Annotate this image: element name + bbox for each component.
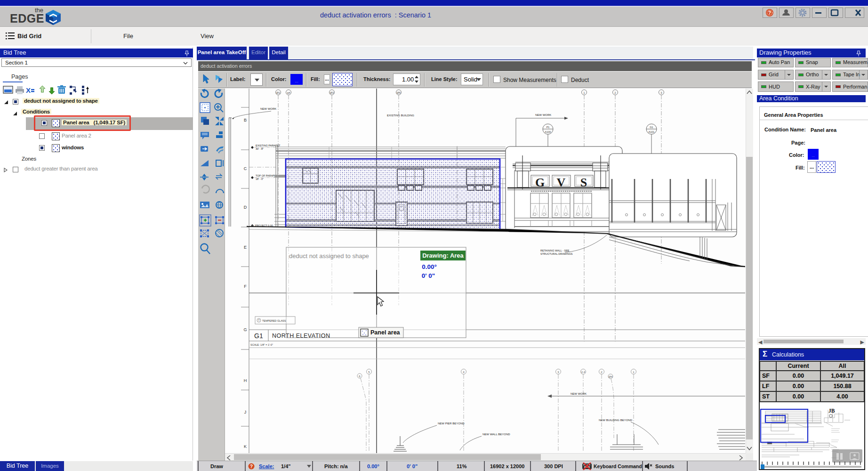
svg-text:D: D: [244, 205, 247, 210]
svg-text:1: 1: [583, 91, 585, 94]
svg-text:NEW WORK: NEW WORK: [571, 392, 587, 395]
svg-text:G1: G1: [650, 126, 653, 129]
svg-text:3: 3: [660, 91, 662, 94]
svg-text:B: B: [244, 118, 247, 122]
svg-text:2: 2: [614, 91, 616, 94]
svg-text:NEW PIER BEYOND: NEW PIER BEYOND: [438, 422, 465, 425]
svg-text:4: 4: [463, 371, 465, 374]
svg-text:a4: a4: [287, 91, 290, 94]
svg-text:J: J: [244, 410, 247, 414]
svg-text:S: S: [580, 176, 587, 189]
svg-text:A101: A101: [649, 130, 655, 133]
svg-text:F: F: [244, 284, 247, 289]
svg-text:NEW BUILDING BEYOND: NEW BUILDING BEYOND: [599, 419, 633, 422]
svg-text:6: 6: [359, 375, 361, 378]
svg-text:1: 1: [633, 371, 635, 374]
svg-text:EXISTING PARAPET: EXISTING PARAPET: [256, 144, 281, 147]
svg-text:G: G: [243, 327, 247, 332]
svg-text:?: ?: [250, 464, 253, 469]
svg-text:C: C: [244, 166, 247, 171]
svg-text:2.4: 2.4: [581, 371, 586, 374]
svg-text:NEW WORK: NEW WORK: [535, 114, 551, 116]
svg-text:JB: JB: [828, 408, 835, 414]
svg-text:3: 3: [557, 371, 559, 374]
svg-text:EXISTING BUILDING: EXISTING BUILDING: [387, 114, 414, 117]
svg-text:E: E: [244, 245, 247, 250]
svg-text:H: H: [244, 378, 247, 383]
svg-text:Drawing: Area: Drawing: Area: [422, 252, 464, 259]
svg-text:deduct not assigned to shape: deduct not assigned to shape: [289, 252, 369, 260]
svg-text:NORTH ELEVATION: NORTH ELEVATION: [272, 333, 330, 339]
svg-text:STRUCTURAL DRAWINGS: STRUCTURAL DRAWINGS: [540, 252, 573, 255]
svg-text:X: X: [26, 86, 31, 94]
svg-text:G1: G1: [254, 332, 263, 340]
svg-text:?: ?: [768, 10, 771, 16]
svg-text:K: K: [244, 444, 247, 449]
svg-text:0' 0": 0' 0": [422, 272, 435, 279]
svg-text:0.00°: 0.00°: [422, 263, 437, 270]
svg-text:NEW WORK: NEW WORK: [260, 107, 276, 110]
svg-text:5: 5: [368, 371, 370, 374]
svg-text:Ø3: Ø3: [330, 91, 334, 94]
svg-text:NEW WALL BEYOND: NEW WALL BEYOND: [482, 433, 510, 436]
svg-text:SCALE: 1/8" = 1'-0": SCALE: 1/8" = 1'-0": [250, 343, 273, 346]
svg-text:P1: P1: [547, 126, 550, 129]
svg-text:G: G: [535, 176, 545, 189]
svg-text:V: V: [557, 176, 566, 189]
svg-text:Ø4: Ø4: [609, 375, 613, 378]
svg-text:RETAINING WALL - SEE: RETAINING WALL - SEE: [540, 249, 570, 252]
svg-text:TEMPERED GLASS: TEMPERED GLASS: [262, 319, 286, 322]
svg-text:A100: A100: [545, 130, 551, 133]
svg-text:Ø5: Ø5: [397, 91, 401, 94]
svg-text:18' - 0": 18' - 0": [256, 178, 264, 180]
svg-text:2: 2: [601, 371, 603, 374]
svg-text:Panel area: Panel area: [370, 329, 401, 336]
svg-text:Ø1: Ø1: [276, 91, 281, 94]
svg-text:30' - 8": 30' - 8": [256, 147, 264, 150]
svg-text:T: T: [258, 319, 259, 322]
